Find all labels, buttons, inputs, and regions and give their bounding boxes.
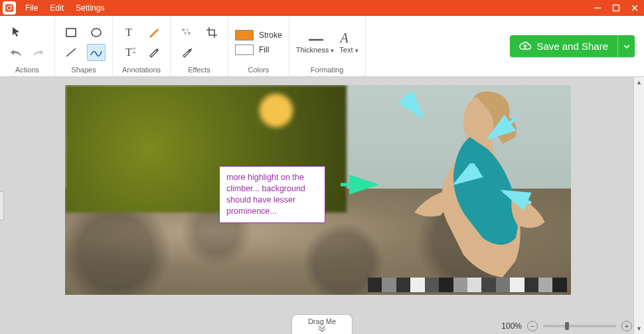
svg-rect-13 [188, 32, 191, 35]
arrow-annotation-green[interactable] [337, 171, 384, 198]
menubar: File Edit Settings [20, 1, 110, 15]
shape-rectangle[interactable] [62, 24, 80, 41]
group-annotations: T T⌶ Annotations [113, 16, 171, 76]
group-label-shapes: Shapes [71, 66, 96, 76]
caret-icon: ▾ [355, 47, 359, 54]
pixelated-region [368, 278, 567, 292]
cloud-upload-icon [519, 41, 531, 52]
svg-rect-10 [182, 29, 185, 31]
caret-icon: ▾ [331, 47, 334, 54]
arrow-annotation-cyan-2[interactable] [482, 113, 522, 146]
shape-freehand[interactable] [87, 44, 106, 61]
zoom-value: 100% [501, 321, 522, 331]
group-label-annotations: Annotations [122, 66, 161, 76]
window-close-button[interactable] [625, 0, 644, 16]
save-button-label: Save and Share [536, 41, 608, 52]
text-format-dropdown[interactable]: A [341, 31, 349, 46]
group-label-formatting: Formating [311, 66, 344, 76]
svg-rect-7 [66, 29, 76, 37]
undo-button[interactable] [7, 44, 25, 62]
arrow-annotation-cyan-1[interactable] [397, 92, 430, 125]
annotation-text[interactable]: T [120, 24, 138, 41]
svg-line-21 [455, 169, 478, 183]
drag-me-label: Drag Me [308, 317, 336, 325]
thickness-label: Thickness ▾ [296, 46, 335, 54]
canvas-area: more highlight on the climber... backgro… [0, 77, 644, 334]
svg-rect-4 [613, 5, 619, 11]
text-format-label: Text ▾ [339, 46, 358, 54]
group-colors: Stroke Fill Colors [228, 16, 289, 76]
effect-crop[interactable] [202, 24, 221, 41]
annotation-callout-text: more highlight on the climber... backgro… [226, 173, 305, 216]
svg-point-2 [11, 5, 13, 7]
app-logo [3, 1, 16, 15]
zoom-slider[interactable] [543, 325, 616, 327]
group-label-colors: Colors [248, 66, 269, 76]
titlebar: File Edit Settings [0, 0, 644, 16]
group-label-actions: Actions [15, 66, 39, 76]
shape-ellipse[interactable] [87, 24, 106, 41]
annotation-highlighter[interactable] [145, 44, 163, 61]
stroke-color-swatch[interactable] [235, 30, 254, 41]
fill-label: Fill [259, 45, 269, 54]
effect-eyedropper[interactable] [177, 44, 196, 61]
image-canvas[interactable]: more highlight on the climber... backgro… [65, 85, 571, 295]
group-label-effects: Effects [188, 66, 210, 76]
svg-line-9 [66, 48, 76, 56]
effect-pixelate[interactable] [177, 24, 196, 41]
group-effects: Effects [171, 16, 228, 76]
svg-rect-12 [184, 32, 187, 35]
menu-settings[interactable]: Settings [70, 1, 110, 15]
save-dropdown-caret[interactable] [617, 35, 635, 57]
menu-edit[interactable]: Edit [44, 1, 69, 15]
scroll-down-icon[interactable]: ▼ [634, 323, 644, 334]
svg-point-8 [92, 29, 101, 37]
shape-line[interactable] [62, 44, 80, 61]
stroke-label: Stroke [259, 31, 282, 40]
zoom-out-button[interactable]: − [527, 321, 538, 331]
window-maximize-button[interactable] [607, 0, 625, 16]
zoom-slider-thumb[interactable] [565, 322, 569, 330]
left-panel-handle[interactable] [0, 191, 4, 220]
chevron-down-double-icon [317, 325, 327, 332]
menu-file[interactable]: File [20, 1, 43, 15]
svg-line-18 [404, 95, 422, 117]
svg-line-15 [191, 48, 192, 50]
annotation-callout[interactable]: more highlight on the climber... backgro… [219, 166, 325, 223]
drag-me-tab[interactable]: Drag Me [291, 314, 353, 334]
zoom-in-button[interactable]: + [621, 321, 632, 331]
annotation-text-cursor[interactable]: T⌶ [120, 44, 138, 61]
scroll-up-icon[interactable]: ▲ [634, 77, 644, 88]
vertical-scrollbar[interactable]: ▲ ▼ [633, 77, 644, 334]
svg-line-20 [503, 191, 531, 203]
group-shapes: Shapes [55, 16, 113, 76]
select-tool[interactable] [7, 23, 25, 41]
svg-rect-11 [186, 29, 189, 31]
redo-button[interactable] [29, 44, 48, 62]
window-minimize-button[interactable] [588, 0, 607, 16]
thickness-dropdown[interactable] [306, 34, 326, 46]
ribbon: Actions Shapes T T⌶ Annotations [0, 16, 644, 77]
save-area: Save and Share [366, 16, 644, 76]
arrow-annotation-cyan-3[interactable] [497, 185, 536, 211]
annotation-pen[interactable] [145, 24, 163, 41]
zoom-controls: 100% − + [501, 321, 632, 331]
save-and-share-button[interactable]: Save and Share [510, 35, 635, 57]
arrow-annotation-cyan-4[interactable] [450, 163, 483, 190]
fill-color-swatch[interactable] [235, 44, 254, 55]
group-actions: Actions [0, 16, 55, 76]
group-formatting: A Thickness ▾ Text ▾ Formating [289, 16, 366, 76]
svg-line-19 [489, 118, 517, 138]
